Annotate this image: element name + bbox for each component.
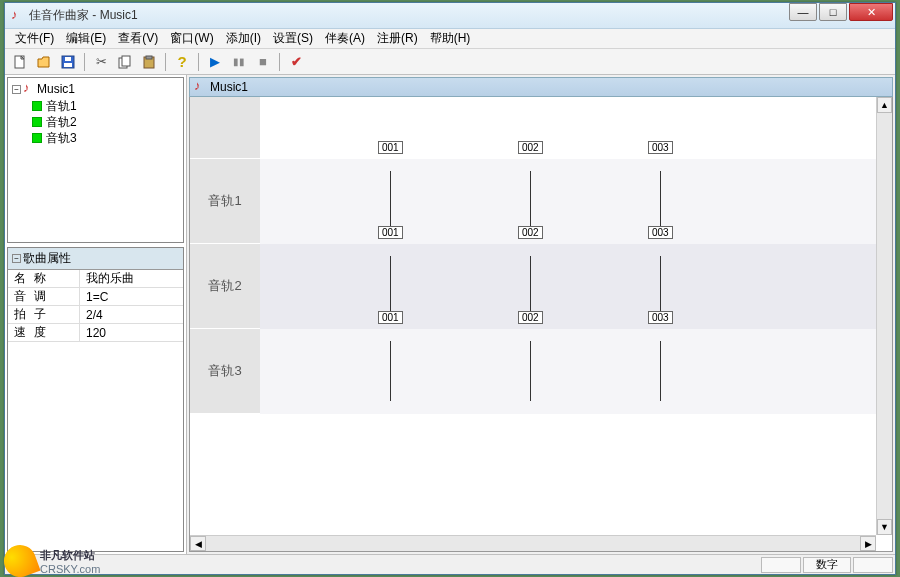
prop-value: 2/4 <box>80 308 183 322</box>
collapse-icon[interactable]: − <box>12 85 21 94</box>
track-labels-column: 音轨1 音轨2 音轨3 <box>190 97 260 414</box>
paste-button[interactable] <box>138 51 160 73</box>
track-label-1[interactable]: 音轨1 <box>190 159 260 244</box>
titlebar: 佳音作曲家 - Music1 — □ ✕ <box>5 3 895 29</box>
close-button[interactable]: ✕ <box>849 3 893 21</box>
statusbar-cell-empty <box>853 557 893 573</box>
separator-icon <box>279 53 280 71</box>
play-icon: ▶ <box>210 54 220 69</box>
tree-item-track2[interactable]: 音轨2 <box>32 114 179 130</box>
horizontal-scrollbar[interactable]: ◀ ▶ <box>190 535 876 551</box>
prop-tempo[interactable]: 速度120 <box>8 324 183 342</box>
barline-icon <box>390 171 391 231</box>
measure-number: 002 <box>518 226 543 239</box>
measure-number: 001 <box>378 226 403 239</box>
track-row-1[interactable]: 001 002 003 <box>260 159 892 244</box>
menubar: 文件(F) 编辑(E) 查看(V) 窗口(W) 添加(I) 设置(S) 伴奏(A… <box>5 29 895 49</box>
track-icon <box>32 133 42 143</box>
save-button[interactable] <box>57 51 79 73</box>
menu-file[interactable]: 文件(F) <box>9 30 60 47</box>
track-row-header <box>260 97 892 159</box>
pause-icon: ▮▮ <box>233 56 245 67</box>
scroll-left-icon[interactable]: ◀ <box>190 536 206 551</box>
scroll-right-icon[interactable]: ▶ <box>860 536 876 551</box>
minimize-button[interactable]: — <box>789 3 817 21</box>
tree-item-label: 音轨3 <box>46 130 77 147</box>
statusbar-cell-empty <box>761 557 801 573</box>
prop-key: 拍子 <box>8 306 80 323</box>
play-button[interactable]: ▶ <box>204 51 226 73</box>
tree-item-track1[interactable]: 音轨1 <box>32 98 179 114</box>
menu-help[interactable]: 帮助(H) <box>424 30 477 47</box>
left-pane: − Music1 音轨1 音轨2 音轨3 − 歌曲属性 名称我的乐曲 音调1=C <box>5 75 187 554</box>
track-row-3[interactable]: 001 002 003 <box>260 329 892 414</box>
pause-button[interactable]: ▮▮ <box>228 51 250 73</box>
barline-icon <box>390 341 391 401</box>
measure-number: 002 <box>518 141 543 154</box>
vertical-scrollbar[interactable]: ▲ ▼ <box>876 97 892 535</box>
document-body[interactable]: 音轨1 音轨2 音轨3 001 002 003 001 002 <box>189 97 893 552</box>
track-tree: − Music1 音轨1 音轨2 音轨3 <box>7 77 184 243</box>
document-titlebar: Music1 <box>189 77 893 97</box>
stop-button[interactable]: ■ <box>252 51 274 73</box>
menu-window[interactable]: 窗口(W) <box>164 30 219 47</box>
tree-root[interactable]: − Music1 <box>12 82 179 96</box>
scissors-icon: ✂ <box>96 54 107 69</box>
client-area: − Music1 音轨1 音轨2 音轨3 − 歌曲属性 名称我的乐曲 音调1=C <box>5 75 895 554</box>
barline-icon <box>530 256 531 316</box>
tree-children: 音轨1 音轨2 音轨3 <box>32 98 179 146</box>
cut-button[interactable]: ✂ <box>90 51 112 73</box>
check-button[interactable]: ✔ <box>285 51 307 73</box>
menu-accompany[interactable]: 伴奏(A) <box>319 30 371 47</box>
scroll-up-icon[interactable]: ▲ <box>877 97 892 113</box>
barline-icon <box>530 171 531 231</box>
scroll-track[interactable] <box>206 536 860 551</box>
window-buttons: — □ ✕ <box>789 3 895 28</box>
collapse-icon[interactable]: − <box>12 254 21 263</box>
measure-number: 003 <box>648 226 673 239</box>
menu-register[interactable]: 注册(R) <box>371 30 424 47</box>
track-label-2[interactable]: 音轨2 <box>190 244 260 329</box>
tree-root-label: Music1 <box>37 82 75 96</box>
prop-key: 音调 <box>8 288 80 305</box>
track-icon <box>32 117 42 127</box>
tree-item-label: 音轨1 <box>46 98 77 115</box>
statusbar-mode: 数字 <box>803 557 851 573</box>
tree-item-label: 音轨2 <box>46 114 77 131</box>
menu-edit[interactable]: 编辑(E) <box>60 30 112 47</box>
help-button[interactable]: ? <box>171 51 193 73</box>
document-title: Music1 <box>210 80 248 94</box>
barline-icon <box>390 256 391 316</box>
track-content: 001 002 003 001 002 003 001 002 003 <box>260 97 892 414</box>
help-icon: ? <box>177 53 186 70</box>
prop-value: 我的乐曲 <box>80 270 183 287</box>
open-button[interactable] <box>33 51 55 73</box>
scroll-track[interactable] <box>877 113 892 519</box>
new-button[interactable] <box>9 51 31 73</box>
copy-button[interactable] <box>114 51 136 73</box>
properties-title: 歌曲属性 <box>23 250 71 267</box>
tree-item-track3[interactable]: 音轨3 <box>32 130 179 146</box>
track-label-3[interactable]: 音轨3 <box>190 329 260 414</box>
tracks-container: 音轨1 音轨2 音轨3 001 002 003 001 002 <box>190 97 892 414</box>
scroll-down-icon[interactable]: ▼ <box>877 519 892 535</box>
properties-header[interactable]: − 歌曲属性 <box>8 248 183 270</box>
track-row-2[interactable]: 001 002 003 <box>260 244 892 329</box>
window-title: 佳音作曲家 - Music1 <box>29 7 789 24</box>
menu-insert[interactable]: 添加(I) <box>220 30 267 47</box>
prop-name[interactable]: 名称我的乐曲 <box>8 270 183 288</box>
svg-rect-7 <box>146 56 152 59</box>
stop-icon: ■ <box>259 54 267 69</box>
barline-icon <box>660 171 661 231</box>
svg-rect-3 <box>65 57 71 61</box>
svg-rect-2 <box>64 63 72 67</box>
track-label-header <box>190 97 260 159</box>
check-icon: ✔ <box>291 54 302 69</box>
menu-settings[interactable]: 设置(S) <box>267 30 319 47</box>
menu-view[interactable]: 查看(V) <box>112 30 164 47</box>
separator-icon <box>165 53 166 71</box>
svg-rect-5 <box>122 56 130 66</box>
maximize-button[interactable]: □ <box>819 3 847 21</box>
prop-key-signature[interactable]: 音调1=C <box>8 288 183 306</box>
prop-time-signature[interactable]: 拍子2/4 <box>8 306 183 324</box>
